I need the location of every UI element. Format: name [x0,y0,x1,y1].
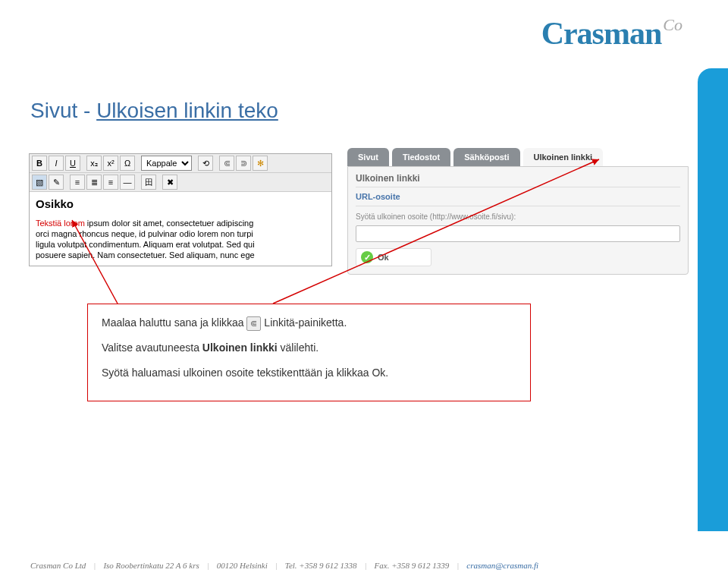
footer-address-1: Iso Roobertinkatu 22 A 6 krs [103,561,199,570]
editor-heading: Osikko [36,197,325,212]
hr-button[interactable]: — [120,175,135,190]
ok-label: Ok [378,253,389,262]
footer-tel: Tel. +358 9 612 1338 [285,561,357,570]
omega-button[interactable]: Ω [120,156,135,171]
dialog-hint: Syötä ulkoinen osoite (http://www.osoite… [356,212,680,221]
dialog-subheading: URL-osoite [356,192,680,206]
selected-text: Tekstiä lorem [36,219,85,228]
align-right-button[interactable]: ≡ [103,175,118,190]
image-button[interactable]: ▧ [32,175,47,190]
edit-button[interactable]: ✎ [49,175,64,190]
instruction-3: Syötä haluamasi ulkoinen osoite tekstike… [102,365,516,381]
instruction-1: Maalaa haluttu sana ja klikkaa ⋐ Linkitä… [102,315,516,331]
dialog-tabs: Sivut Tiedostot Sähköposti Ulkoinen link… [347,148,689,166]
link-icon: ⋐ [246,316,261,331]
title-prefix: Sivut - [30,99,96,122]
footer-address-2: 00120 Helsinki [217,561,268,570]
editor-body[interactable]: Osikko Tekstiä lorem ipsum dolor sit ame… [30,192,331,266]
editor-line-3: ligula volutpat condimentum. Aliquam era… [36,239,325,250]
align-center-button[interactable]: ≣ [86,175,102,190]
dialog-pane: Ulkoinen linkki URL-osoite Syötä ulkoine… [347,166,689,275]
italic-button[interactable]: I [49,156,64,171]
annotation-arrows [0,0,728,579]
instruction-box: Maalaa haluttu sana ja klikkaa ⋐ Linkitä… [87,304,531,401]
ok-button[interactable]: ✓ Ok [356,248,431,266]
table-button[interactable]: 田 [141,175,156,190]
toolbar-row-2: ▧ ✎ ≡ ≣ ≡ — 田 ✖ [30,173,331,192]
editor-line-2: orci magna rhoncus neque, id pulvinar od… [36,228,325,239]
tab-ulkoinen-linkki[interactable]: Ulkoinen linkki [523,148,604,166]
tab-tiedostot[interactable]: Tiedostot [392,148,450,166]
instruction-2: Valitse avautuneesta Ulkoinen linkki väl… [102,340,516,356]
remove-format-button[interactable]: ✖ [162,175,177,190]
editor-line-4: posuere sapien. Nam consectetuer. Sed al… [36,250,325,260]
footer-company: Crasman Co Ltd [30,561,86,570]
subscript-button[interactable]: x₂ [86,156,102,171]
logo: CrasmanCo [541,15,682,52]
url-input[interactable] [356,225,680,242]
logo-text: Crasman [541,16,662,51]
clear-format-button[interactable]: ⟲ [198,156,213,171]
underline-button[interactable]: U [65,156,80,171]
superscript-button[interactable]: x² [103,156,118,171]
editor-line-1: Tekstiä lorem ipsum dolor sit amet, cons… [36,218,325,228]
special-button[interactable]: ✻ [253,156,268,171]
footer: Crasman Co Ltd | Iso Roobertinkatu 22 A … [30,561,698,570]
paragraph-select[interactable]: Kappale [141,156,192,171]
tab-sivut[interactable]: Sivut [347,148,389,166]
check-icon: ✓ [361,251,373,263]
page-title: Sivut - Ulkoisen linkin teko [30,99,278,123]
unlink-button[interactable]: ⋑ [236,156,251,171]
logo-suffix: Co [663,15,682,34]
footer-email[interactable]: crasman@crasman.fi [466,561,538,570]
link-button[interactable]: ⋐ [219,156,234,171]
side-stripe [698,68,728,531]
tab-sahkoposti[interactable]: Sähköposti [453,148,519,166]
toolbar-row-1: B I U x₂ x² Ω Kappale ⟲ ⋐ ⋑ ✻ [30,154,331,173]
dialog-pane-title: Ulkoinen linkki [356,173,680,187]
title-link: Ulkoisen linkin teko [96,99,278,122]
footer-fax: Fax. +358 9 612 1339 [375,561,450,570]
bold-button[interactable]: B [32,156,47,171]
align-left-button[interactable]: ≡ [70,175,85,190]
link-dialog: Sivut Tiedostot Sähköposti Ulkoinen link… [347,148,689,275]
editor-screenshot: B I U x₂ x² Ω Kappale ⟲ ⋐ ⋑ ✻ ▧ ✎ ≡ ≣ ≡ … [29,153,332,266]
